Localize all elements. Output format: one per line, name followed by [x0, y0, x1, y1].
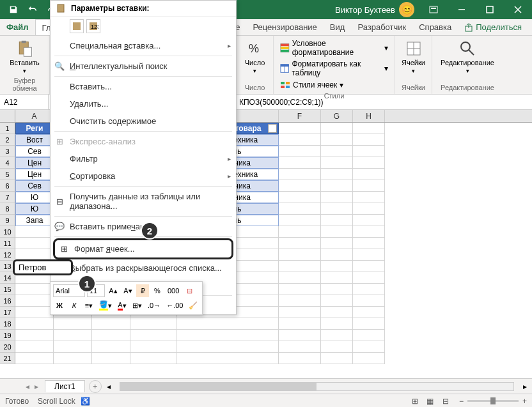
cell[interactable]: [279, 169, 321, 180]
cell[interactable]: [54, 341, 92, 353]
cell[interactable]: [279, 226, 321, 238]
cell[interactable]: [353, 180, 385, 192]
cell[interactable]: [353, 330, 385, 341]
cell[interactable]: [279, 123, 321, 134]
cell[interactable]: [321, 249, 353, 261]
cell[interactable]: [279, 249, 321, 261]
cell[interactable]: [353, 307, 385, 318]
share-button[interactable]: Поделиться: [458, 19, 528, 35]
cell[interactable]: [321, 134, 353, 146]
conditional-formatting-button[interactable]: Условное форматирование ▾: [278, 38, 391, 58]
cell[interactable]: [353, 134, 385, 146]
cell[interactable]: [353, 341, 385, 353]
add-sheet-button[interactable]: +: [89, 380, 102, 393]
row-header[interactable]: 15: [0, 284, 15, 295]
cell[interactable]: [321, 330, 353, 341]
filter-dropdown[interactable]: ▾: [268, 124, 277, 133]
mini-font-color[interactable]: A▾: [116, 299, 129, 312]
data-cell[interactable]: Ю: [15, 203, 54, 215]
cell[interactable]: [321, 261, 353, 272]
cell[interactable]: [321, 272, 353, 284]
row-header[interactable]: 21: [0, 353, 15, 364]
ctx-sort[interactable]: Сортировка▸: [51, 167, 236, 185]
col-header[interactable]: F: [279, 110, 321, 122]
cell[interactable]: [279, 295, 321, 307]
cell[interactable]: [92, 318, 130, 330]
zoom-out[interactable]: −: [459, 397, 464, 406]
close-button[interactable]: [504, 0, 532, 19]
cell[interactable]: [279, 157, 321, 169]
data-cell[interactable]: Вост: [15, 134, 54, 146]
cell[interactable]: [353, 318, 385, 330]
zoom-in[interactable]: +: [522, 397, 527, 406]
save-button[interactable]: [4, 0, 23, 19]
row-header[interactable]: 9: [0, 215, 15, 226]
cell[interactable]: [279, 261, 321, 272]
cell[interactable]: [321, 307, 353, 318]
col-header[interactable]: G: [321, 110, 353, 122]
mini-borders[interactable]: ⊞▾: [130, 299, 144, 312]
data-cell[interactable]: Реги: [15, 123, 54, 134]
cell[interactable]: [54, 353, 92, 364]
cell[interactable]: [279, 238, 321, 249]
cell[interactable]: [321, 295, 353, 307]
ctx-get-data[interactable]: ⊟Получить данные из таблицы или диапазон…: [51, 188, 236, 215]
cell[interactable]: [321, 226, 353, 238]
mini-fill-color[interactable]: 🪣▾: [97, 299, 114, 312]
cell[interactable]: [279, 341, 321, 353]
ctx-format-cells[interactable]: ⊞Формат ячеек...: [53, 238, 233, 259]
hscroll-track[interactable]: [120, 382, 514, 391]
number-format-button[interactable]: % Число▾: [240, 38, 269, 75]
cell[interactable]: [353, 146, 385, 157]
cell[interactable]: [321, 215, 353, 226]
cell[interactable]: [15, 295, 54, 307]
col-header[interactable]: A: [15, 110, 54, 122]
row-header[interactable]: 20: [0, 341, 15, 353]
mini-align[interactable]: ≡▾: [82, 299, 95, 312]
cell[interactable]: [353, 226, 385, 238]
sheet-tab[interactable]: Лист1: [45, 380, 85, 392]
cell[interactable]: [353, 169, 385, 180]
cell[interactable]: [176, 318, 279, 330]
cell[interactable]: [321, 180, 353, 192]
mini-decrease-font[interactable]: A▾: [121, 284, 134, 297]
cell[interactable]: [279, 318, 321, 330]
hscroll-right[interactable]: ▸: [523, 382, 527, 391]
cell[interactable]: [279, 330, 321, 341]
row-header[interactable]: 18: [0, 318, 15, 330]
cell[interactable]: [130, 318, 176, 330]
cell[interactable]: [279, 192, 321, 203]
data-cell[interactable]: Запа: [15, 215, 54, 226]
sheet-nav-prev[interactable]: ◂: [26, 382, 29, 391]
mini-accounting[interactable]: ₽: [136, 284, 149, 297]
cell[interactable]: [279, 284, 321, 295]
ctx-clear[interactable]: Очистить содержимое: [51, 112, 236, 130]
cell[interactable]: [15, 353, 54, 364]
row-header[interactable]: 1: [0, 123, 15, 134]
row-header[interactable]: 5: [0, 169, 15, 180]
cell-styles-button[interactable]: Стили ячеек ▾: [278, 79, 391, 91]
row-header[interactable]: 4: [0, 157, 15, 169]
accessibility-icon[interactable]: ♿: [81, 397, 90, 406]
tab-review[interactable]: Рецензирование: [246, 19, 323, 35]
cell[interactable]: [279, 307, 321, 318]
row-header[interactable]: 11: [0, 238, 15, 249]
cell[interactable]: [353, 203, 385, 215]
cell[interactable]: [279, 203, 321, 215]
cell[interactable]: [15, 238, 54, 249]
row-header[interactable]: 17: [0, 307, 15, 318]
cell[interactable]: [353, 157, 385, 169]
cell[interactable]: [321, 123, 353, 134]
cell[interactable]: [279, 146, 321, 157]
row-header[interactable]: 19: [0, 330, 15, 341]
view-page-layout[interactable]: ▦: [423, 395, 437, 407]
paste-option-1[interactable]: [70, 19, 84, 33]
cell[interactable]: [321, 353, 353, 364]
ctx-filter[interactable]: Фильтр▸: [51, 150, 236, 167]
data-cell[interactable]: Сев: [15, 146, 54, 157]
hscroll-left[interactable]: ◂: [107, 382, 111, 391]
cell[interactable]: [321, 318, 353, 330]
data-cell[interactable]: Цен: [15, 169, 54, 180]
data-cell[interactable]: Цен: [15, 157, 54, 169]
cell[interactable]: [130, 341, 176, 353]
